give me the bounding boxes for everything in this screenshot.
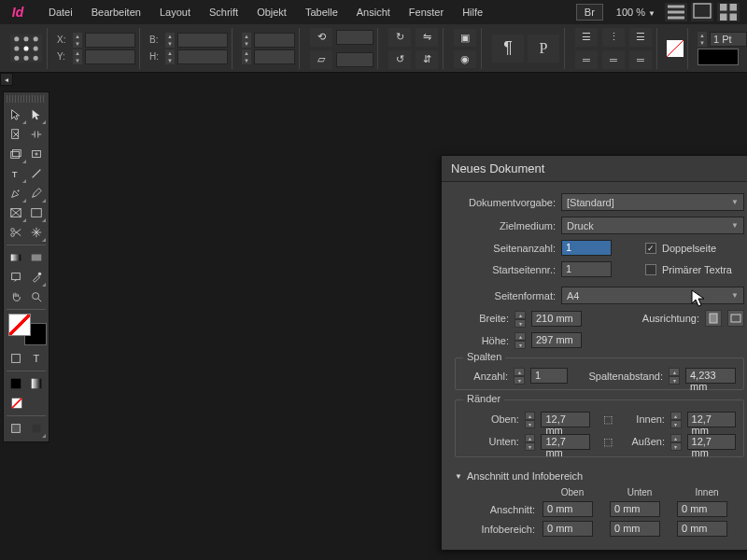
view-options-icon[interactable]	[665, 3, 687, 21]
flip-v-icon[interactable]: ⇵	[416, 50, 438, 69]
panel-grip[interactable]	[7, 95, 46, 103]
line-tool[interactable]	[27, 164, 47, 183]
select-content-icon[interactable]: ◉	[454, 50, 476, 68]
column-count-stepper[interactable]: ▴▾	[514, 368, 525, 384]
pencil-tool[interactable]	[27, 184, 47, 203]
rotate-ccw-icon[interactable]: ↺	[388, 50, 411, 69]
select-container-icon[interactable]: ▣	[454, 29, 476, 47]
slug-top-input[interactable]: 0 mm	[543, 521, 593, 537]
align-mid-icon[interactable]: ═	[602, 50, 625, 69]
margin-bottom-stepper[interactable]: ▴▾	[525, 434, 536, 450]
menu-bearbeiten[interactable]: Bearbeiten	[82, 3, 150, 21]
menu-layout[interactable]: Layout	[150, 3, 200, 21]
margin-outside-input[interactable]: 12,7 mm	[687, 434, 736, 450]
h-stepper[interactable]: ▲▼	[165, 49, 175, 64]
preview-view-icon[interactable]	[27, 419, 47, 438]
scaley-stepper[interactable]: ▲▼	[242, 49, 251, 64]
pen-tool[interactable]	[7, 184, 26, 203]
reference-point-icon[interactable]	[10, 35, 42, 63]
zoom-tool[interactable]	[27, 287, 47, 306]
shear-icon[interactable]: ▱	[310, 50, 332, 69]
direct-selection-tool[interactable]	[27, 105, 47, 124]
bridge-button[interactable]: Br	[576, 4, 603, 21]
rotate-icon[interactable]: ⟲	[310, 28, 332, 47]
fill-color-icon[interactable]	[8, 314, 31, 336]
align-left-icon[interactable]: ☰	[575, 28, 598, 47]
rotate-input[interactable]	[336, 30, 374, 45]
fill-stroke-swatch[interactable]	[7, 314, 49, 345]
rotate-cw-icon[interactable]: ↻	[388, 28, 411, 47]
selection-tool[interactable]	[7, 105, 26, 124]
menu-datei[interactable]: Datei	[39, 3, 82, 21]
screen-mode-icon[interactable]	[691, 3, 713, 21]
start-page-input[interactable]: 1	[561, 261, 612, 277]
stroke-style-select[interactable]	[698, 49, 739, 65]
align-center-icon[interactable]: ⋮	[602, 28, 625, 47]
transform-tool[interactable]	[27, 223, 47, 242]
width-stepper[interactable]: ▴▾	[514, 311, 526, 327]
scalex-input[interactable]	[254, 33, 295, 48]
w-stepper[interactable]: ▲▼	[165, 33, 175, 48]
margin-top-stepper[interactable]: ▴▾	[525, 412, 536, 427]
shear-input[interactable]	[336, 52, 374, 67]
menu-ansicht[interactable]: Ansicht	[347, 3, 400, 21]
menu-objekt[interactable]: Objekt	[247, 3, 296, 21]
flip-h-icon[interactable]: ⇋	[416, 28, 438, 47]
apply-gradient-icon[interactable]	[27, 374, 47, 393]
align-right-icon[interactable]: ☰	[629, 28, 652, 47]
scalex-stepper[interactable]: ▲▼	[242, 33, 251, 48]
content-collector-tool[interactable]	[7, 145, 26, 163]
gradient-feather-tool[interactable]	[27, 248, 47, 267]
paragraph-style-icon[interactable]: ¶	[492, 35, 524, 63]
ruler-corner-icon[interactable]: ◂	[0, 73, 13, 86]
margin-inside-stepper[interactable]: ▴▾	[670, 412, 682, 427]
scaley-input[interactable]	[254, 49, 295, 64]
menu-hilfe[interactable]: Hilfe	[453, 3, 492, 21]
scissors-tool[interactable]	[7, 223, 26, 242]
margins-link-icon[interactable]: ⬚	[601, 410, 614, 428]
bleed-disclosure[interactable]: ▼Anschnitt und Infobereich	[455, 470, 744, 482]
slug-inside-input[interactable]: 0 mm	[677, 521, 727, 537]
orientation-landscape-button[interactable]	[727, 310, 744, 327]
page-tool[interactable]	[7, 125, 26, 144]
slug-bottom-input[interactable]: 0 mm	[610, 521, 660, 537]
column-count-input[interactable]: 1	[530, 368, 568, 384]
content-placer-tool[interactable]	[27, 145, 47, 163]
x-stepper[interactable]: ▲▼	[73, 33, 82, 48]
apply-container-icon[interactable]	[7, 349, 26, 368]
char-style-icon[interactable]: P	[528, 35, 559, 63]
w-input[interactable]	[177, 33, 228, 48]
x-input[interactable]	[85, 33, 135, 48]
y-stepper[interactable]: ▲▼	[73, 49, 82, 64]
bleed-top-input[interactable]: 0 mm	[543, 501, 593, 517]
height-stepper[interactable]: ▴▾	[514, 332, 526, 348]
width-input[interactable]: 210 mm	[531, 311, 582, 327]
bleed-inside-input[interactable]: 0 mm	[677, 501, 727, 517]
rectangle-tool[interactable]	[27, 203, 47, 222]
note-tool[interactable]	[7, 268, 26, 287]
margin-bottom-input[interactable]: 12,7 mm	[541, 434, 589, 450]
eyedropper-tool[interactable]	[27, 268, 47, 287]
intent-select[interactable]: Druck▼	[561, 217, 744, 234]
align-top-icon[interactable]: ═	[575, 50, 598, 69]
apply-text-icon[interactable]: T	[27, 349, 47, 368]
normal-view-icon[interactable]	[7, 419, 26, 438]
margin-top-input[interactable]: 12,7 mm	[541, 412, 589, 427]
menu-schrift[interactable]: Schrift	[200, 3, 247, 21]
pagesize-select[interactable]: A4▼	[561, 287, 744, 304]
height-input[interactable]: 297 mm	[531, 332, 582, 348]
preset-select[interactable]: [Standard]▼	[561, 193, 744, 211]
gutter-input[interactable]: 4,233 mm	[685, 368, 736, 384]
pages-input[interactable]: 1	[561, 240, 612, 256]
h-input[interactable]	[177, 49, 228, 64]
primary-textframe-checkbox[interactable]	[645, 264, 656, 275]
y-input[interactable]	[85, 49, 135, 64]
type-tool[interactable]: T	[7, 164, 26, 183]
stroke-weight-input[interactable]: 1 Pt	[710, 32, 747, 47]
gap-tool[interactable]	[27, 125, 47, 144]
margin-inside-input[interactable]: 12,7 mm	[687, 412, 736, 427]
stroke-stepper[interactable]: ▲▼	[698, 32, 707, 47]
arrange-icon[interactable]	[717, 3, 740, 21]
gutter-stepper[interactable]: ▴▾	[669, 368, 680, 384]
apply-color-icon[interactable]	[7, 374, 26, 393]
